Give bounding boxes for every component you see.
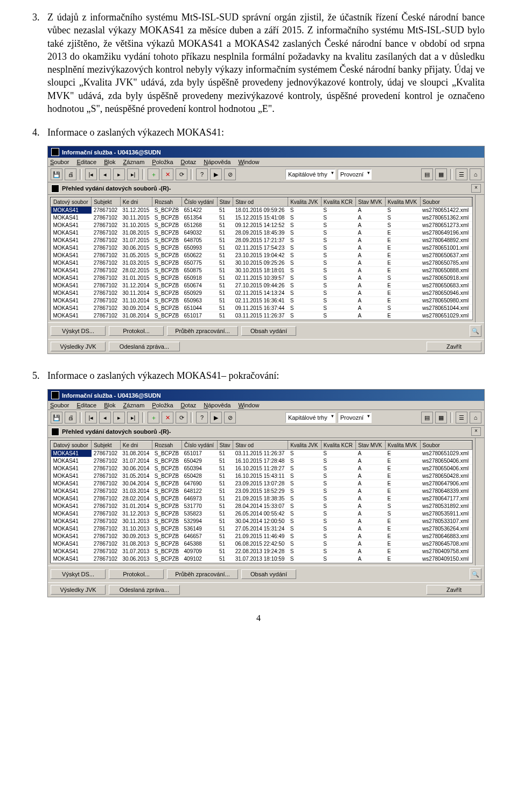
query-icon[interactable]: ?: [196, 168, 208, 180]
table-row[interactable]: MOKAS412786710230.09.2013S_BCPZB64665751…: [51, 533, 472, 540]
exec-icon[interactable]: ▶: [210, 168, 222, 180]
menu-blok[interactable]: Blok: [104, 159, 115, 165]
table-row[interactable]: MOKAS412786710231.01.2015S_BCPZB65091851…: [51, 274, 472, 282]
btn-obsah[interactable]: Obsah vydání: [241, 569, 296, 579]
menu-window[interactable]: Window: [238, 402, 259, 408]
save-icon[interactable]: 💾: [51, 412, 62, 423]
menu-editace[interactable]: Editace: [76, 159, 96, 165]
column-header[interactable]: Číslo vydání: [182, 198, 217, 207]
btn-zavrit[interactable]: Zavřít: [427, 342, 481, 351]
table-row[interactable]: MOKAS412786710231.03.2015S_BCPZB65077551…: [51, 259, 472, 267]
tool-c-icon[interactable]: ☰: [456, 168, 467, 180]
column-header[interactable]: Kvalita KCR: [321, 198, 355, 207]
tool-b-icon[interactable]: ▦: [435, 412, 447, 423]
column-header[interactable]: Ke dni: [120, 198, 152, 207]
scrollbar-vertical[interactable]: [475, 438, 484, 566]
menu-dotaz[interactable]: Dotaz: [181, 402, 197, 408]
table-row[interactable]: MOKAS412786710230.11.2014S_BCPZB65092951…: [51, 290, 472, 297]
menu-nápověda[interactable]: Nápověda: [204, 159, 230, 165]
search-icon[interactable]: 🔍: [470, 325, 481, 337]
column-header[interactable]: Subjekt: [92, 198, 121, 207]
column-header[interactable]: Subjekt: [92, 441, 121, 450]
menu-window[interactable]: Window: [238, 159, 259, 165]
menu-nápověda[interactable]: Nápověda: [204, 402, 230, 408]
save-icon[interactable]: 💾: [51, 168, 62, 180]
column-header[interactable]: Rozsah: [152, 198, 182, 207]
tool-a-icon[interactable]: ▤: [421, 412, 433, 423]
table-row[interactable]: MOKAS412786710231.08.2014S_BCPZB65101751…: [51, 312, 472, 320]
close-icon[interactable]: ×: [471, 184, 481, 193]
table-row[interactable]: MOKAS412786710231.10.2014S_BCPZB65096351…: [51, 297, 472, 305]
table-row[interactable]: MOKAS412786710231.07.2014S_BCPZB65042951…: [51, 457, 472, 465]
data-grid[interactable]: Datový souborSubjektKe dniRozsahČíslo vy…: [50, 197, 473, 320]
table-row[interactable]: MOKAS412786710230.06.2013S_BCPZB40910251…: [51, 555, 472, 563]
tool-c-icon[interactable]: ☰: [456, 412, 467, 423]
table-row[interactable]: MOKAS412786710230.09.2014S_BCPZB65104451…: [51, 305, 472, 312]
menu-záznam[interactable]: Záznam: [123, 159, 145, 165]
table-row[interactable]: MOKAS412786710230.11.2013S_BCPZB53299451…: [51, 518, 472, 525]
remove-icon[interactable]: ✕: [162, 168, 173, 180]
column-header[interactable]: Kvalita KCR: [321, 441, 355, 450]
refresh-icon[interactable]: ⟳: [176, 412, 187, 423]
btn-vysledky-jvk[interactable]: Výsledky JVK: [51, 342, 106, 351]
menu-položka[interactable]: Položka: [152, 159, 173, 165]
data-grid[interactable]: Datový souborSubjektKe dniRozsahČíslo vy…: [50, 440, 473, 563]
menu-soubor[interactable]: Soubor: [50, 402, 69, 408]
column-header[interactable]: Stav MVK: [356, 441, 386, 450]
table-row[interactable]: MOKAS412786710228.02.2015S_BCPZB65087551…: [51, 267, 472, 274]
btn-vysledky-jvk[interactable]: Výsledky JVK: [51, 585, 106, 595]
print-icon[interactable]: 🖨: [65, 168, 76, 180]
cancel-icon[interactable]: ⊘: [224, 168, 236, 180]
table-row[interactable]: MOKAS412786710230.06.2015S_BCPZB65099351…: [51, 244, 472, 252]
tool-a-icon[interactable]: ▤: [421, 168, 433, 180]
btn-odeslana-zprava[interactable]: Odeslaná zpráva...: [109, 342, 180, 351]
table-row[interactable]: MOKAS412786710231.08.2013S_BCPZB64538851…: [51, 540, 472, 548]
search-icon[interactable]: 🔍: [470, 568, 481, 580]
btn-obsah[interactable]: Obsah vydání: [241, 326, 296, 336]
column-header[interactable]: Kvalita JVK: [288, 441, 322, 450]
table-row[interactable]: MOKAS412786710231.01.2014S_BCPZB53177051…: [51, 503, 472, 510]
table-row[interactable]: MOKAS412786710230.06.2014S_BCPZB65039451…: [51, 465, 472, 472]
btn-vyskyt-ds[interactable]: Výskyt DS...: [51, 326, 106, 336]
column-header[interactable]: Kvalita MVK: [385, 441, 420, 450]
btn-prubeh[interactable]: Průběh zpracování...: [167, 326, 238, 336]
combo-env[interactable]: Provozní: [338, 412, 372, 423]
prev-icon[interactable]: ◂: [99, 168, 111, 180]
prev-icon[interactable]: ◂: [99, 412, 111, 423]
column-header[interactable]: Kvalita JVK: [288, 198, 322, 207]
tool-d-icon[interactable]: ⌂: [470, 412, 481, 423]
combo-env[interactable]: Provozní: [338, 169, 372, 180]
table-row[interactable]: MOKAS412786710231.07.2015S_BCPZB64870551…: [51, 237, 472, 244]
btn-vyskyt-ds[interactable]: Výskyt DS...: [51, 569, 106, 579]
btn-protokol[interactable]: Protokol...: [109, 326, 164, 336]
table-row[interactable]: MOKAS412786710231.12.2014S_BCPZB65067451…: [51, 282, 472, 290]
menu-dotaz[interactable]: Dotaz: [181, 159, 197, 165]
combo-market[interactable]: Kapitálové trhy: [285, 169, 336, 180]
column-header[interactable]: Stav: [217, 198, 233, 207]
column-header[interactable]: Stav od: [233, 198, 288, 207]
btn-zavrit[interactable]: Zavřít: [427, 585, 481, 595]
column-header[interactable]: Číslo vydání: [182, 441, 217, 450]
table-row[interactable]: MOKAS412786710228.02.2014S_BCPZB64697351…: [51, 495, 472, 503]
print-icon[interactable]: 🖨: [65, 412, 76, 423]
table-row[interactable]: MOKAS412786710231.08.2014S_BCPZB65101751…: [51, 450, 472, 457]
btn-protokol[interactable]: Protokol...: [109, 569, 164, 579]
add-icon[interactable]: ＋: [148, 412, 159, 423]
last-icon[interactable]: ▸|: [127, 168, 139, 180]
refresh-icon[interactable]: ⟳: [176, 168, 187, 180]
first-icon[interactable]: |◂: [85, 168, 97, 180]
tool-b-icon[interactable]: ▦: [435, 168, 447, 180]
column-header[interactable]: Stav od: [233, 441, 288, 450]
table-row[interactable]: MOKAS412786710231.05.2015S_BCPZB65062251…: [51, 252, 472, 259]
column-header[interactable]: Ke dni: [120, 441, 152, 450]
table-row[interactable]: MOKAS412786710230.04.2014S_BCPZB64769051…: [51, 480, 472, 488]
btn-odeslana-zprava[interactable]: Odeslaná zpráva...: [109, 585, 180, 595]
query-icon[interactable]: ?: [196, 412, 208, 423]
table-row[interactable]: MOKAS412786710231.12.2013S_BCPZB53582351…: [51, 510, 472, 518]
table-row[interactable]: MOKAS412786710231.08.2015S_BCPZB64903251…: [51, 229, 472, 237]
tool-d-icon[interactable]: ⌂: [470, 168, 481, 180]
column-header[interactable]: Stav: [217, 441, 233, 450]
scrollbar-vertical[interactable]: [475, 195, 484, 322]
menu-blok[interactable]: Blok: [104, 402, 115, 408]
table-row[interactable]: MOKAS412786710230.11.2015S_BCPZB65135451…: [51, 214, 472, 222]
